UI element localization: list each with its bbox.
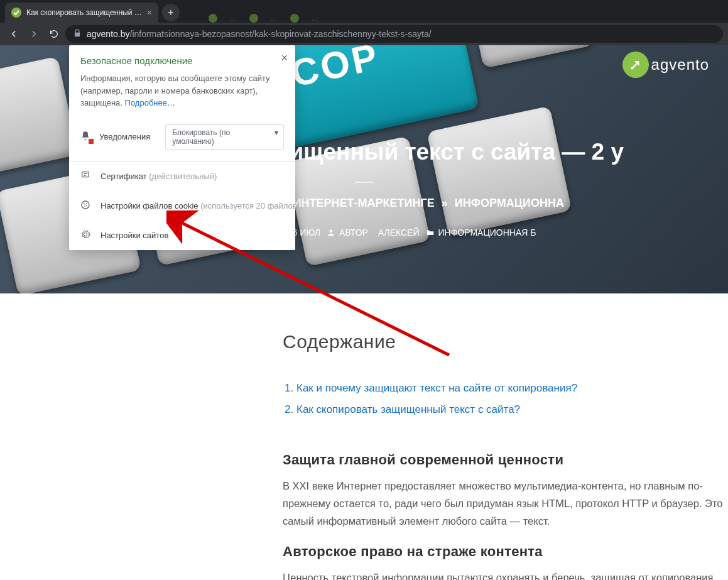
svg-rect-3	[82, 172, 89, 177]
popup-description: Информация, которую вы сообщаете этому с…	[80, 72, 284, 109]
gear-icon	[80, 229, 92, 241]
tab-strip: Как скопировать защищенный … × + … … …	[0, 0, 728, 23]
bell-icon	[80, 131, 92, 143]
tab-title: Как скопировать защищенный …	[26, 8, 142, 17]
folder-icon	[426, 228, 435, 237]
popup-title: Безопасное подключение	[80, 55, 284, 66]
new-tab-button[interactable]: +	[162, 4, 180, 21]
certificate-icon	[80, 170, 92, 182]
svg-point-2	[330, 229, 333, 233]
breadcrumb-category[interactable]: ИНФОРМАЦИОННА	[455, 197, 564, 209]
favicon-icon	[11, 8, 21, 18]
toc-link-2[interactable]: Как скопировать защищенный текст с сайта…	[296, 403, 520, 415]
popup-close-icon[interactable]: ×	[281, 52, 288, 65]
site-info-popup: Безопасное подключение Информация, котор…	[69, 45, 295, 250]
reload-button[interactable]	[45, 25, 63, 43]
tab-close-icon[interactable]: ×	[147, 8, 152, 18]
forward-button[interactable]	[25, 25, 43, 43]
address-bar[interactable]: agvento.by/informatsionnaya-bezopasnost/…	[65, 25, 723, 43]
paragraph: Ценность текстовой информации пытаются о…	[283, 569, 728, 580]
cookies-row[interactable]: Настройки файлов cookie (используется 20…	[69, 191, 295, 221]
svg-point-6	[85, 203, 87, 204]
back-button[interactable]	[5, 25, 23, 43]
section-heading-1: Защита главной современной ценности	[283, 452, 728, 468]
title-divider	[355, 182, 374, 183]
article-content: Содержание Как и почему защищают текст н…	[283, 293, 728, 580]
lock-icon[interactable]	[73, 29, 82, 40]
cookie-icon	[80, 200, 92, 212]
svg-point-8	[86, 205, 87, 206]
notifications-label: Уведомления	[99, 132, 150, 141]
site-settings-row[interactable]: Настройки сайтов	[69, 221, 295, 250]
section-heading-2: Авторское право на страже контента	[283, 544, 728, 560]
browser-chrome: Как скопировать защищенный … × + … … … a…	[0, 0, 728, 45]
svg-point-5	[84, 203, 85, 204]
user-icon	[327, 228, 335, 237]
meta-author: АВТОР АЛЕКСЕЙ	[327, 227, 419, 238]
toc-heading: Содержание	[283, 331, 728, 353]
notifications-select[interactable]: Блокировать (по умолчанию)	[165, 124, 284, 150]
background-tabs: … … …	[209, 14, 318, 23]
browser-toolbar: agvento.by/informatsionnaya-bezopasnost/…	[0, 23, 728, 45]
meta-category: ИНФОРМАЦИОННАЯ Б	[426, 227, 536, 238]
browser-tab-active[interactable]: Как скопировать защищенный … ×	[5, 3, 158, 23]
toc-link-1[interactable]: Как и почему защищают текст на сайте от …	[296, 382, 577, 394]
popup-more-link[interactable]: Подробнее…	[125, 98, 175, 107]
svg-point-4	[82, 201, 89, 209]
svg-point-7	[84, 205, 85, 207]
url-text: agvento.by/informatsionnaya-bezopasnost/…	[87, 29, 432, 39]
toc-list: Как и почему защищают текст на сайте от …	[283, 378, 728, 420]
paragraph: В XXI веке Интернет предоставляет множес…	[283, 477, 728, 530]
certificate-row[interactable]: Сертификат (действительный)	[69, 161, 295, 191]
